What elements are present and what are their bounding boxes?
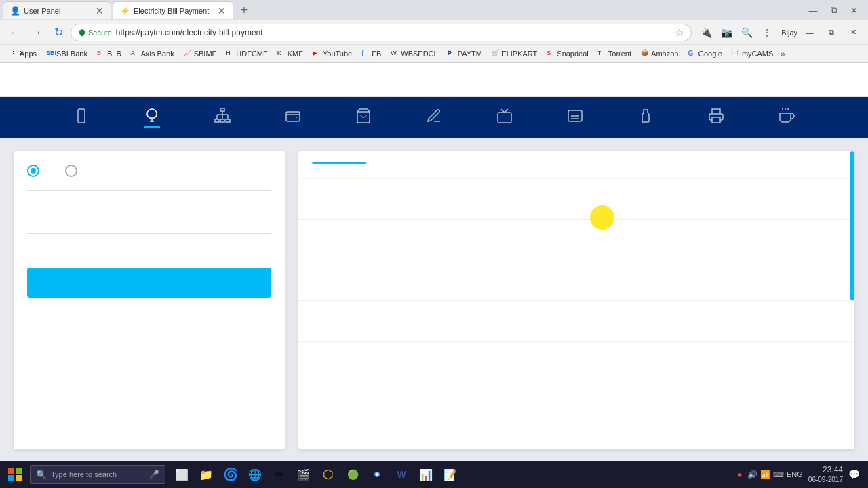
proceed-button[interactable]: [27, 268, 271, 298]
bookmark-google[interactable]: G Google: [684, 48, 726, 59]
bookmark-paytm-label: PAYTM: [458, 49, 482, 58]
nav-item-bag[interactable]: [355, 108, 372, 127]
tab2-close[interactable]: ✕: [218, 6, 226, 16]
extension-btn-1[interactable]: 🔌: [697, 24, 715, 41]
network-icon[interactable]: 📶: [760, 470, 770, 479]
wallet-icon: [285, 108, 301, 124]
taskview-button[interactable]: ⬜: [171, 464, 193, 485]
address-bar[interactable]: Secure https://paytm.com/electricity-bil…: [71, 24, 692, 41]
radio-circle-2: [65, 165, 77, 177]
app-taskbar-1[interactable]: 🌀: [220, 464, 241, 485]
left-panel: [14, 151, 285, 449]
taskbar-search[interactable]: 🔍 Type here to search 🎤: [30, 465, 165, 484]
bookmark-snapdeal[interactable]: S Snapdeal: [542, 48, 593, 59]
bookmark-kmf-label: KMF: [288, 49, 303, 58]
mycams-favicon: 📑: [732, 49, 740, 58]
app-word[interactable]: W: [391, 464, 412, 485]
bookmark-youtube[interactable]: ▶ YouTube: [309, 48, 356, 59]
bookmark-sbi[interactable]: SBI SBI Bank: [42, 48, 92, 59]
nav-item-electricity[interactable]: [144, 107, 160, 128]
sbimf-favicon: 📈: [184, 49, 192, 58]
nav-item-hand[interactable]: [778, 108, 795, 127]
minimize-button[interactable]: —: [804, 1, 822, 19]
nav-item-pencil[interactable]: [426, 108, 442, 127]
volume-icon[interactable]: 🔊: [747, 470, 757, 479]
app-taskbar-2[interactable]: 🌐: [244, 464, 266, 485]
consumer-number-input[interactable]: [27, 211, 271, 234]
close-window-button[interactable]: ✕: [845, 1, 863, 19]
tab2-favicon: ⚡: [120, 6, 130, 16]
more-bookmarks-button[interactable]: »: [780, 48, 785, 59]
nav-item-atm[interactable]: [567, 108, 583, 127]
window-max-btn[interactable]: ⧉: [822, 23, 841, 42]
bookmark-fb[interactable]: f FB: [357, 48, 385, 59]
main-content: [0, 138, 868, 463]
mobile-icon: [73, 108, 90, 124]
bookmark-axis-label: Axis Bank: [141, 49, 174, 58]
new-tab-button[interactable]: +: [235, 1, 254, 19]
axis-favicon: A: [131, 49, 139, 58]
app-taskbar-4[interactable]: 🎬: [293, 464, 315, 485]
reload-button[interactable]: ↻: [49, 23, 68, 42]
nav-item-printer[interactable]: [708, 108, 724, 127]
bookmark-apps[interactable]: ⋮⋮ Apps: [5, 48, 41, 59]
bookmark-hdfcmf[interactable]: H HDFCMF: [222, 48, 271, 59]
window-close-btn[interactable]: ✕: [844, 23, 863, 42]
star-button[interactable]: ☆: [675, 27, 684, 38]
extension-btn-3[interactable]: 🔍: [738, 24, 755, 41]
nav-item-tv[interactable]: [496, 108, 513, 127]
bookmark-torrent[interactable]: T Torrent: [594, 48, 635, 59]
notification-icon[interactable]: 💬: [848, 469, 860, 480]
nav-item-wallet[interactable]: [285, 108, 301, 127]
svg-rect-28: [8, 475, 14, 481]
forward-button[interactable]: →: [27, 23, 46, 42]
bookmark-flipkart[interactable]: 🛒 FLIPKART: [488, 48, 541, 59]
radio-circle-1: [27, 165, 39, 177]
svg-rect-26: [8, 468, 14, 474]
svg-rect-0: [78, 109, 85, 123]
windows-logo: [8, 468, 22, 481]
bookmark-sbimf-label: SBIMF: [194, 49, 217, 58]
bookmark-wbsedcl[interactable]: W WBSEDCL: [387, 48, 441, 59]
radio-option-2[interactable]: [65, 165, 83, 177]
google-favicon: G: [688, 49, 696, 58]
app-taskbar-6[interactable]: 🟢: [342, 464, 363, 485]
maximize-button[interactable]: ⧉: [825, 1, 842, 19]
app-excel[interactable]: 📊: [415, 464, 437, 485]
start-button[interactable]: [3, 462, 27, 487]
bookmark-amazon[interactable]: 📦 Amazon: [637, 48, 682, 59]
nav-item-bottle[interactable]: [637, 108, 654, 127]
app-taskbar-3[interactable]: ✏: [269, 464, 290, 485]
bookmark-sbimf[interactable]: 📈 SBIMF: [180, 48, 221, 59]
tab-user-panel[interactable]: 👤 User Panel ✕: [3, 1, 111, 19]
page-header: [0, 63, 868, 97]
app-taskbar-chrome[interactable]: [366, 464, 388, 485]
scrollbar[interactable]: [850, 151, 854, 300]
system-tray: 🔺 🔊 📶 ⌨ ENG 23:44 06-09-2017 💬: [735, 465, 865, 485]
nav-item-org[interactable]: [214, 108, 231, 127]
flipkart-favicon: 🛒: [492, 49, 500, 58]
bookmark-axis[interactable]: A Axis Bank: [127, 48, 178, 59]
bookmark-amazon-label: Amazon: [651, 49, 678, 58]
taskbar: 🔍 Type here to search 🎤 ⬜ 📁 🌀 🌐 ✏ 🎬 ⬡ 🟢 …: [0, 461, 868, 488]
secure-label: Secure: [88, 28, 112, 37]
bookmark-paytm[interactable]: P PAYTM: [443, 48, 486, 59]
bookmark-mycams[interactable]: 📑 myCAMS: [728, 48, 777, 59]
keyboard-icon[interactable]: ⌨: [773, 470, 784, 479]
bookmark-snapdeal-label: Snapdeal: [557, 49, 589, 58]
url-text: https://paytm.com/electricity-bill-payme…: [116, 28, 263, 37]
extension-btn-2[interactable]: 📷: [717, 24, 735, 41]
nav-item-mobile[interactable]: [73, 108, 90, 127]
back-button[interactable]: ←: [5, 23, 24, 42]
app-notepad[interactable]: 📝: [439, 464, 461, 485]
bookmark-bb[interactable]: B B. B: [93, 48, 125, 59]
bookmark-kmf[interactable]: K KMF: [273, 48, 307, 59]
menu-button[interactable]: ⋮: [758, 24, 776, 41]
file-explorer[interactable]: 📁: [195, 464, 217, 485]
app-taskbar-5[interactable]: ⬡: [317, 464, 339, 485]
window-min-btn[interactable]: —: [800, 23, 819, 42]
active-tab-indicator: [312, 162, 366, 164]
radio-option-1[interactable]: [27, 165, 45, 177]
tab1-close[interactable]: ✕: [96, 6, 104, 16]
tab-electricity-bill[interactable]: ⚡ Electricity Bill Payment - ✕: [113, 1, 233, 19]
